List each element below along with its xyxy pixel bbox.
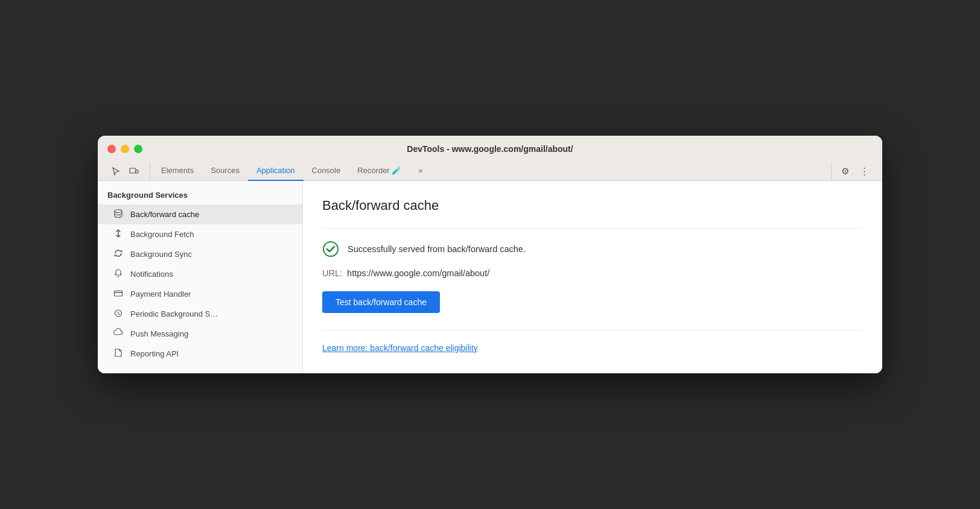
upload-download-icon	[112, 229, 124, 240]
svg-rect-3	[115, 291, 122, 296]
test-button[interactable]: Test back/forward cache	[322, 291, 440, 313]
card-icon	[112, 288, 124, 300]
sidebar-item-label: Payment Handler	[130, 289, 191, 299]
panel-section-status: Successfully served from back/forward ca…	[322, 228, 863, 318]
devtools-window: DevTools - www.google.com/gmail/about/ E…	[98, 136, 882, 373]
svg-point-2	[115, 210, 122, 213]
success-text: Successfully served from back/forward ca…	[348, 244, 526, 254]
sidebar-item-label: Reporting API	[130, 349, 179, 358]
tab-recorder[interactable]: Recorder 🧪	[349, 162, 410, 181]
toolbar-right: ⚙ ⋮	[831, 163, 873, 180]
cloud-icon	[112, 328, 124, 340]
sync-icon	[112, 248, 124, 260]
success-icon	[322, 241, 339, 258]
url-label: URL:	[322, 268, 342, 278]
toolbar-icons	[107, 163, 150, 180]
minimize-button[interactable]	[121, 145, 129, 153]
tabs: Elements Sources Application Console Rec…	[153, 162, 831, 180]
sidebar-item-label: Periodic Background S…	[130, 309, 218, 318]
tab-more[interactable]: »	[410, 162, 431, 181]
sidebar-item-back-forward-cache[interactable]: Back/forward cache	[98, 204, 302, 224]
titlebar-top: DevTools - www.google.com/gmail/about/	[107, 144, 873, 160]
close-button[interactable]	[107, 145, 116, 153]
svg-rect-0	[130, 168, 136, 173]
sidebar-item-label: Background Fetch	[130, 230, 194, 239]
success-row: Successfully served from back/forward ca…	[322, 241, 863, 258]
sidebar-item-label: Background Sync	[130, 250, 192, 259]
url-row: URL: https://www.google.com/gmail/about/	[322, 268, 863, 278]
url-value: https://www.google.com/gmail/about/	[347, 268, 489, 278]
svg-rect-1	[136, 170, 138, 173]
cursor-icon[interactable]	[107, 163, 124, 180]
main-content: Background Services Back/forward cache B…	[98, 181, 882, 373]
svg-point-5	[323, 242, 338, 256]
settings-icon[interactable]: ⚙	[836, 163, 853, 180]
traffic-lights	[107, 145, 142, 153]
titlebar: DevTools - www.google.com/gmail/about/ E…	[98, 136, 882, 181]
sidebar-item-label: Push Messaging	[130, 329, 188, 338]
tab-application[interactable]: Application	[248, 162, 304, 181]
sidebar-item-label: Notifications	[130, 270, 173, 279]
document-icon	[112, 348, 124, 359]
sidebar-item-periodic-background-sync[interactable]: Periodic Background S…	[98, 304, 302, 324]
sidebar-item-notifications[interactable]: Notifications	[98, 264, 302, 284]
tab-elements[interactable]: Elements	[153, 162, 202, 181]
more-options-icon[interactable]: ⋮	[856, 163, 873, 180]
device-toggle-icon[interactable]	[126, 163, 142, 180]
sidebar-item-background-sync[interactable]: Background Sync	[98, 244, 302, 264]
toolbar: Elements Sources Application Console Rec…	[107, 160, 873, 180]
panel-title: Back/forward cache	[322, 198, 863, 213]
sidebar-item-label: Back/forward cache	[130, 210, 199, 219]
sidebar: Background Services Back/forward cache B…	[98, 181, 303, 373]
panel: Back/forward cache Successfully served f…	[303, 181, 882, 373]
sidebar-item-payment-handler[interactable]: Payment Handler	[98, 284, 302, 304]
tab-console[interactable]: Console	[304, 162, 349, 181]
tab-sources[interactable]: Sources	[202, 162, 248, 181]
panel-section-learn-more: Learn more: back/forward cache eligibili…	[322, 330, 863, 353]
database-icon	[112, 209, 124, 220]
sidebar-section-title: Background Services	[98, 191, 302, 204]
maximize-button[interactable]	[134, 145, 142, 153]
window-title: DevTools - www.google.com/gmail/about/	[407, 144, 573, 154]
sidebar-item-background-fetch[interactable]: Background Fetch	[98, 224, 302, 244]
clock-icon	[112, 308, 124, 320]
learn-more-link[interactable]: Learn more: back/forward cache eligibili…	[322, 343, 478, 353]
sidebar-item-push-messaging[interactable]: Push Messaging	[98, 324, 302, 344]
sidebar-item-reporting-api[interactable]: Reporting API	[98, 344, 302, 364]
bell-icon	[112, 268, 124, 280]
